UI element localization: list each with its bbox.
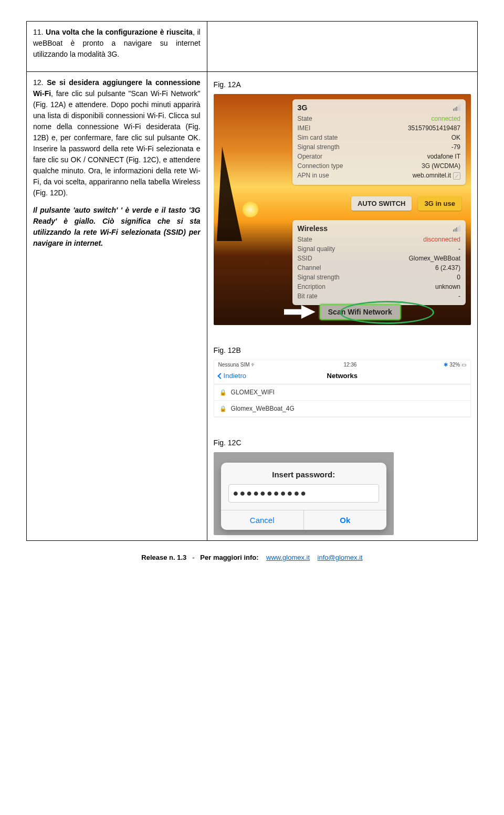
cell-row2-left: 12. Se si desidera aggiungere la conness… [27, 72, 207, 541]
v-wl-enc: unknown [435, 283, 460, 290]
row-wl-enc: Encriptionunknown [298, 282, 460, 291]
arrow-icon [284, 305, 316, 319]
row-apn: APN in useweb.omnitel.it [298, 171, 460, 181]
nav-title: Networks [214, 372, 470, 380]
row-imei: IMEI351579051419487 [298, 123, 460, 133]
para-12-text: 12. Se si desidera aggiungere la conness… [33, 78, 201, 197]
k-apn: APN in use [298, 172, 329, 180]
panel-3g-title: 3G [298, 103, 308, 112]
k-imei: IMEI [298, 124, 311, 132]
k-sig: Signal strength [298, 143, 340, 151]
panel-wireless: Wireless Statedisconnected Signal qualit… [292, 220, 466, 305]
list-item[interactable]: 🔒GLOMEX_WIFI [214, 384, 470, 401]
3g-in-use-button[interactable]: 3G in use [418, 196, 461, 211]
status-bar: Nessuna SIM ᯤ 12:36 ✱ 32% ▭ [214, 360, 470, 369]
row-sig: Signal strength-79 [298, 142, 460, 152]
network-name: Glomex_WeBBoat_4G [231, 405, 295, 412]
fig-12c-label: Fig. 12C [214, 438, 471, 447]
k-wl-br: Bit rate [298, 292, 318, 300]
network-list: 🔒GLOMEX_WIFI 🔒Glomex_WeBBoat_4G [214, 384, 470, 417]
k-wl-enc: Encription [298, 283, 326, 290]
cell-row2-right: Fig. 12A 3G Stateconnected IMEI351579051… [207, 72, 477, 541]
scan-wifi-button[interactable]: Scan Wifi Network [320, 304, 401, 320]
button-row: AUTO SWITCH 3G in use [298, 196, 461, 211]
k-wl-ss: Signal strength [298, 274, 340, 281]
v-ct: 3G (WCDMA) [422, 162, 460, 170]
cancel-button[interactable]: Cancel [221, 510, 303, 530]
list-item[interactable]: 🔒Glomex_WeBBoat_4G [214, 401, 470, 417]
k-wl-state: State [298, 236, 312, 243]
row-wl-ssid: SSIDGlomex_WeBBoat [298, 254, 460, 263]
wifi-icon: ᯤ [251, 362, 256, 368]
v-wl-state: disconnected [423, 236, 460, 243]
footer-moreinfo: Per maggiori info: [200, 553, 258, 561]
k-wl-ssid: SSID [298, 255, 312, 262]
k-sim: Sim card state [298, 134, 338, 141]
cell-row1-left: 11. Una volta che la configurazione è ri… [27, 22, 207, 72]
fig-12c-image: Insert password: ●●●●●●●●●●● Cancel Ok [214, 452, 394, 535]
status-right: ✱ 32% ▭ [444, 362, 466, 368]
alert-box: Insert password: ●●●●●●●●●●● Cancel Ok [221, 463, 386, 530]
v-apn: web.omnitel.it [413, 172, 460, 180]
footer: Release n. 1.3 - Per maggiori info: www.… [26, 541, 478, 570]
v-wl-ss: 0 [457, 274, 460, 281]
para-12-note-text: Il pulsante 'auto switch' ' è verde e il… [33, 206, 201, 247]
k-wl-ch: Channel [298, 264, 321, 271]
para-12: 12. Se si desidera aggiungere la conness… [33, 77, 201, 198]
auto-switch-button[interactable]: AUTO SWITCH [351, 196, 412, 211]
ok-button[interactable]: Ok [303, 510, 386, 530]
row-wl-br: Bit rate- [298, 291, 460, 301]
signal-icon [453, 225, 460, 232]
panel-3g-title-row: 3G [298, 103, 460, 112]
v-wl-br: - [458, 292, 460, 300]
table-row: 11. Una volta che la configurazione è ri… [27, 22, 478, 72]
v-wl-ssid: Glomex_WeBBoat [409, 255, 461, 262]
alert-title: Insert password: [221, 463, 386, 484]
page: 11. Una volta che la configurazione è ri… [0, 0, 504, 580]
k-ct: Connection type [298, 162, 343, 170]
scan-row: Scan Wifi Network [214, 304, 471, 320]
v-wl-sq: - [458, 245, 460, 253]
v-state: connected [432, 115, 460, 122]
status-time: 12:36 [343, 362, 356, 368]
panel-wl-title: Wireless [298, 224, 328, 233]
fig-12a-label: Fig. 12A [214, 80, 471, 89]
row-ct: Connection type3G (WCDMA) [298, 161, 460, 171]
v-op: vodafone IT [427, 153, 460, 160]
main-table: 11. Una volta che la configurazione è ri… [26, 21, 478, 541]
nav-bar: Indietro Networks [214, 369, 470, 384]
fig-12b-label: Fig. 12B [214, 346, 471, 354]
sun-graphic [243, 202, 258, 217]
row-sim: Sim card stateOK [298, 133, 460, 142]
edit-icon[interactable] [453, 172, 460, 180]
footer-sep: - [192, 553, 194, 561]
k-wl-sq: Signal quality [298, 245, 335, 253]
row-wl-sq: Signal quality- [298, 244, 460, 254]
status-carrier: Nessuna SIM [218, 362, 250, 368]
row-wl-state: Statedisconnected [298, 235, 460, 244]
back-button[interactable]: Indietro [218, 372, 246, 380]
panel-wl-title-row: Wireless [298, 224, 460, 233]
fig-12b-image: Nessuna SIM ᯤ 12:36 ✱ 32% ▭ Indietro Net… [214, 360, 471, 417]
network-name: GLOMEX_WIFI [231, 389, 275, 396]
cell-row1-right [207, 22, 477, 72]
k-state: State [298, 115, 312, 122]
status-left: Nessuna SIM ᯤ [218, 362, 257, 368]
row-state: Stateconnected [298, 114, 460, 123]
panel-3g: 3G Stateconnected IMEI351579051419487 Si… [292, 99, 466, 185]
password-field[interactable]: ●●●●●●●●●●● [228, 484, 379, 503]
footer-url[interactable]: www.glomex.it [266, 553, 310, 561]
fig-12a-image: 3G Stateconnected IMEI351579051419487 Si… [214, 94, 471, 325]
lock-icon: 🔒 [219, 389, 227, 396]
footer-release: Release n. 1.3 [141, 553, 186, 561]
para-11: 11. Una volta che la configurazione è ri… [33, 27, 201, 60]
row-wl-ch: Channel6 (2.437) [298, 263, 460, 273]
signal-icon [453, 105, 460, 111]
back-label: Indietro [224, 372, 246, 380]
para-12-note: Il pulsante 'auto switch' ' è verde e il… [33, 205, 201, 249]
k-op: Operator [298, 153, 322, 160]
row-wl-ss: Signal strength0 [298, 273, 460, 282]
v-apn-text: web.omnitel.it [413, 172, 451, 179]
footer-email[interactable]: info@glomex.it [318, 553, 363, 561]
para-11-text: 11. Una volta che la configurazione è ri… [33, 28, 201, 58]
